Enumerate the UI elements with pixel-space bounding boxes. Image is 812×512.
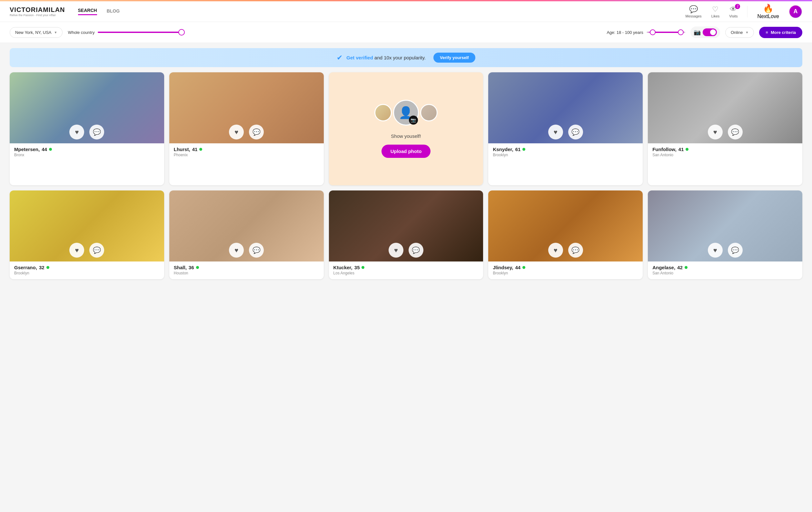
profile-img-wrap: ♥ 💬: [488, 190, 643, 262]
profile-card-angelase[interactable]: ♥ 💬 Angelase, 42 San Antonio: [648, 190, 802, 279]
photo-toggle-knob: [710, 29, 716, 35]
nav-search[interactable]: SEARCH: [78, 8, 97, 15]
online-filter[interactable]: Online ▼: [725, 27, 754, 38]
profile-info: Funfollow, 41 San Antonio: [648, 143, 802, 161]
like-button[interactable]: ♥: [388, 243, 403, 258]
online-indicator: [361, 266, 365, 269]
like-button[interactable]: ♥: [229, 125, 244, 139]
profile-name: Lhurst, 41: [174, 146, 319, 152]
avatar[interactable]: A: [789, 5, 802, 19]
filters-bar: New York, NY, USA ▼ Whole country Age: 1…: [0, 22, 812, 43]
online-chevron-icon: ▼: [745, 31, 749, 34]
profile-actions: ♥ 💬: [488, 125, 643, 139]
likes-icon: ♡: [712, 5, 719, 14]
profile-card-funfollow[interactable]: ♥ 💬 Funfollow, 41 San Antonio: [648, 72, 802, 185]
profile-location: San Antonio: [652, 153, 798, 157]
profile-img-wrap: ♥ 💬: [648, 72, 802, 143]
profile-actions: ♥ 💬: [10, 125, 164, 139]
profile-location: Brooklyn: [493, 153, 638, 157]
like-button[interactable]: ♥: [69, 243, 84, 258]
profile-img-wrap: ♥ 💬: [488, 72, 643, 143]
photo-toggle[interactable]: 📷: [690, 26, 720, 38]
profile-img-wrap: ♥ 💬: [10, 72, 164, 143]
profile-actions: ♥ 💬: [329, 243, 484, 258]
location-chevron-icon: ▼: [54, 31, 57, 34]
like-button[interactable]: ♥: [548, 243, 563, 258]
profile-card-lhurst[interactable]: ♥ 💬 Lhurst, 41 Phoenix: [169, 72, 324, 185]
like-button[interactable]: ♥: [229, 243, 244, 258]
online-indicator: [685, 266, 688, 269]
profile-name: Jlindsey, 44: [493, 265, 638, 270]
age-filter: Age: 18 - 100 years: [607, 30, 685, 35]
profile-card-ktucker[interactable]: ♥ 💬 Ktucker, 35 Los Angeles: [329, 190, 484, 279]
age-slider-left-thumb[interactable]: [650, 29, 656, 35]
visits-button[interactable]: 👁 2 Visits: [729, 5, 737, 18]
profile-location: Houston: [174, 271, 319, 275]
online-indicator: [686, 148, 689, 151]
message-button[interactable]: 💬: [249, 125, 264, 139]
online-indicator: [522, 266, 525, 269]
verify-banner: ✔ Get verified and 10x your popularity. …: [10, 48, 802, 67]
next-love-button[interactable]: 🔥 NextLove: [757, 4, 779, 19]
age-slider-right-thumb[interactable]: [678, 29, 684, 35]
profile-card-ksnyder[interactable]: ♥ 💬 Ksnyder, 61 Brooklyn: [488, 72, 643, 185]
more-criteria-icon: ≡: [765, 30, 768, 35]
header-left: VICTORIAMILAN Relive the Passion - Find …: [10, 6, 120, 17]
profile-card-gserrano[interactable]: ♥ 💬 Gserrano, 32 Brooklyn: [10, 190, 164, 279]
more-criteria-button[interactable]: ≡ More criteria: [759, 27, 802, 38]
message-button[interactable]: 💬: [409, 243, 424, 258]
header-right: 💬 Messages ♡ Likes 👁 2 Visits 🔥 NextLove…: [685, 4, 802, 19]
location-filter[interactable]: New York, NY, USA ▼: [10, 27, 63, 38]
message-button[interactable]: 💬: [89, 243, 104, 258]
message-button[interactable]: 💬: [568, 243, 583, 258]
profile-grid: ♥ 💬 Mpetersen, 44 Bronx ♥ 💬 Lhurst, 41: [0, 72, 812, 289]
distance-slider-thumb[interactable]: [178, 29, 185, 35]
messages-icon: 💬: [689, 5, 698, 14]
verify-button[interactable]: Verify yourself: [433, 53, 475, 63]
age-label: Age: 18 - 100 years: [607, 30, 643, 35]
online-indicator: [49, 148, 52, 151]
verify-normal-text: and 10x your popularity.: [374, 55, 426, 60]
logo: VICTORIAMILAN Relive the Passion - Find …: [10, 6, 65, 17]
verify-text: Get verified and 10x your popularity.: [346, 55, 426, 60]
profile-info: Shall, 36 Houston: [169, 262, 324, 279]
profile-location: Brooklyn: [14, 271, 160, 275]
like-button[interactable]: ♥: [708, 125, 723, 139]
online-indicator: [522, 148, 525, 151]
profile-location: Los Angeles: [334, 271, 479, 275]
photo-toggle-pill[interactable]: [703, 28, 717, 36]
message-button[interactable]: 💬: [728, 125, 743, 139]
profile-img-wrap: ♥ 💬: [169, 72, 324, 143]
likes-label: Likes: [712, 14, 720, 18]
logo-name: VICTORIAMILAN: [10, 6, 65, 14]
likes-button[interactable]: ♡ Likes: [712, 5, 720, 18]
message-button[interactable]: 💬: [249, 243, 264, 258]
more-criteria-label: More criteria: [771, 30, 796, 35]
profile-info: Gserrano, 32 Brooklyn: [10, 262, 164, 279]
like-button[interactable]: ♥: [548, 125, 563, 139]
visits-label: Visits: [729, 14, 737, 18]
profile-info: Ktucker, 35 Los Angeles: [329, 262, 484, 279]
message-button[interactable]: 💬: [728, 243, 743, 258]
profile-location: Bronx: [14, 153, 160, 157]
like-button[interactable]: ♥: [69, 125, 84, 139]
message-button[interactable]: 💬: [89, 125, 104, 139]
message-button[interactable]: 💬: [568, 125, 583, 139]
profile-location: San Antonio: [652, 271, 798, 275]
profile-card-shall[interactable]: ♥ 💬 Shall, 36 Houston: [169, 190, 324, 279]
mini-avatar-right: [420, 104, 438, 122]
messages-label: Messages: [685, 14, 701, 18]
profile-info: Lhurst, 41 Phoenix: [169, 143, 324, 161]
profile-img-wrap: ♥ 💬: [648, 190, 802, 262]
distance-filter: Whole country: [68, 30, 602, 35]
show-yourself-text: Show youself!: [391, 133, 421, 139]
like-button[interactable]: ♥: [708, 243, 723, 258]
online-indicator: [196, 266, 199, 269]
location-value: New York, NY, USA: [15, 30, 51, 35]
nav-blog[interactable]: BLOG: [107, 8, 120, 15]
upload-photo-button[interactable]: Upload photo: [381, 145, 431, 158]
profile-card-jlindsey[interactable]: ♥ 💬 Jlindsey, 44 Brooklyn: [488, 190, 643, 279]
profile-card-mpetersen[interactable]: ♥ 💬 Mpetersen, 44 Bronx: [10, 72, 164, 185]
messages-button[interactable]: 💬 Messages: [685, 5, 701, 18]
profile-actions: ♥ 💬: [10, 243, 164, 258]
